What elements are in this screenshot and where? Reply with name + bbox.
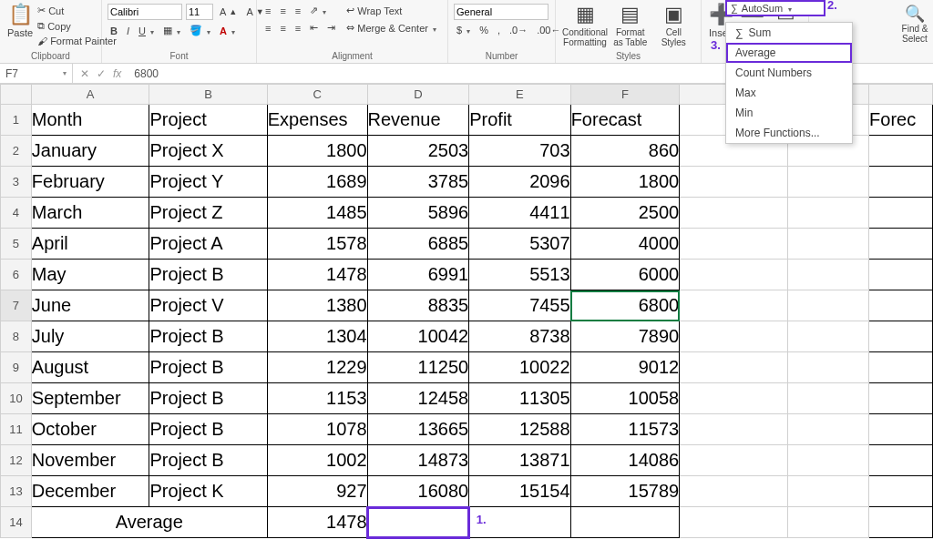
cell-styles-button[interactable]: ▣ Cell Styles [652, 2, 696, 49]
cell-B13[interactable]: Project K [149, 476, 267, 507]
cell-C3[interactable]: 1689 [267, 167, 367, 198]
align-right-button[interactable]: ≡ [292, 22, 303, 35]
cell-B8[interactable]: Project B [149, 321, 267, 352]
cell-F1[interactable]: Forecast [570, 105, 680, 136]
cell-extra-3[interactable] [869, 167, 933, 198]
cell-gap-9[interactable] [788, 352, 869, 383]
cell-G9[interactable] [680, 352, 788, 383]
cell-gap-4[interactable] [788, 198, 869, 229]
cell-E1[interactable]: Profit [469, 105, 570, 136]
cell-G10[interactable] [680, 383, 788, 414]
col-header-D[interactable]: D [367, 85, 469, 105]
cell-E13[interactable]: 15154 [469, 476, 570, 507]
cell-D13[interactable]: 16080 [367, 476, 469, 507]
cell-B11[interactable]: Project B [149, 414, 267, 445]
col-header-A[interactable]: A [31, 85, 149, 105]
align-bottom-button[interactable]: ≡ [292, 5, 303, 17]
cell-A5[interactable]: April [31, 229, 149, 260]
cell-extra-7[interactable] [869, 290, 933, 321]
cell-A1[interactable]: Month [31, 105, 149, 136]
row-header-6[interactable]: 6 [1, 260, 32, 290]
cell-C6[interactable]: 1478 [267, 260, 367, 290]
align-left-button[interactable]: ≡ [262, 22, 273, 35]
cell-B1[interactable]: Project [149, 105, 267, 136]
conditional-formatting-button[interactable]: ▦ Conditional Formatting [561, 2, 609, 49]
decrease-indent-button[interactable]: ⇤ [307, 21, 321, 35]
cell-B5[interactable]: Project A [149, 229, 267, 260]
cell-E2[interactable]: 703 [469, 136, 570, 167]
cell-D9[interactable]: 11250 [367, 352, 469, 383]
menu-more-functions[interactable]: More Functions... [726, 123, 852, 143]
cell-A8[interactable]: July [31, 321, 149, 352]
cell-gap-10[interactable] [788, 383, 869, 414]
cell-extra-5[interactable] [869, 229, 933, 260]
cell-gap-13[interactable] [788, 476, 869, 507]
cell-E6[interactable]: 5513 [469, 260, 570, 290]
cell-E3[interactable]: 2096 [469, 167, 570, 198]
cell-G8[interactable] [680, 321, 788, 352]
cell-gap-11[interactable] [788, 414, 869, 445]
cell-B2[interactable]: Project X [149, 136, 267, 167]
cell-G12[interactable] [680, 445, 788, 476]
col-header-C[interactable]: C [267, 85, 367, 105]
enter-formula-icon[interactable]: ✓ [97, 67, 106, 80]
cell-gap-5[interactable] [788, 229, 869, 260]
align-top-button[interactable]: ≡ [262, 5, 273, 17]
row-header-4[interactable]: 4 [1, 198, 32, 229]
font-size-select[interactable] [186, 4, 213, 20]
cell-B4[interactable]: Project Z [149, 198, 267, 229]
autosum-button[interactable]: ∑ AutoSum [725, 0, 825, 16]
cell-extra-9[interactable] [869, 352, 933, 383]
cell-E4[interactable]: 4411 [469, 198, 570, 229]
cell-D6[interactable]: 6991 [367, 260, 469, 290]
cell-D5[interactable]: 6885 [367, 229, 469, 260]
cell-G3[interactable] [680, 167, 788, 198]
font-color-button[interactable]: A [217, 25, 238, 37]
menu-average[interactable]: Average [726, 43, 852, 63]
cell-A4[interactable]: March [31, 198, 149, 229]
cell-G13[interactable] [680, 476, 788, 507]
col-header-extra[interactable] [869, 85, 933, 105]
cell-B3[interactable]: Project Y [149, 167, 267, 198]
col-header-F[interactable]: F [570, 85, 680, 105]
cell-extra-6[interactable] [869, 260, 933, 290]
cell-C1[interactable]: Expenses [267, 105, 367, 136]
cell-B7[interactable]: Project V [149, 290, 267, 321]
cell-E5[interactable]: 5307 [469, 229, 570, 260]
cell-D3[interactable]: 3785 [367, 167, 469, 198]
cell-gap-3[interactable] [788, 167, 869, 198]
cell-B9[interactable]: Project B [149, 352, 267, 383]
cell-gap-6[interactable] [788, 260, 869, 290]
row-header-1[interactable]: 1 [1, 105, 32, 136]
col-header-E[interactable]: E [469, 85, 570, 105]
cell-average-label[interactable]: Average [31, 507, 267, 538]
row-header-2[interactable]: 2 [1, 136, 32, 167]
cell-G6[interactable] [680, 260, 788, 290]
cell-extra-12[interactable] [869, 445, 933, 476]
cell-A6[interactable]: May [31, 260, 149, 290]
menu-sum[interactable]: ∑ Sum [726, 23, 852, 43]
cell-D7[interactable]: 8835 [367, 290, 469, 321]
row-header-13[interactable]: 13 [1, 476, 32, 507]
name-box[interactable]: F7 ▾ [0, 64, 73, 83]
comma-format-button[interactable]: , [495, 24, 503, 36]
bold-button[interactable]: B [108, 25, 120, 37]
cell-F13[interactable]: 15789 [570, 476, 680, 507]
cell-C5[interactable]: 1578 [267, 229, 367, 260]
italic-button[interactable]: I [124, 25, 132, 37]
cell-A2[interactable]: January [31, 136, 149, 167]
cell-G7[interactable] [680, 290, 788, 321]
cell-F14[interactable] [570, 507, 680, 538]
fx-icon[interactable]: fx [113, 67, 121, 80]
cell-gap-7[interactable] [788, 290, 869, 321]
cell-E10[interactable]: 11305 [469, 383, 570, 414]
row-header-12[interactable]: 12 [1, 445, 32, 476]
font-name-select[interactable] [108, 4, 182, 20]
merge-center-button[interactable]: ⇔ Merge & Center [343, 21, 439, 35]
cell-extra-8[interactable] [869, 321, 933, 352]
cell-G4[interactable] [680, 198, 788, 229]
row-header-9[interactable]: 9 [1, 352, 32, 383]
cell-D1[interactable]: Revenue [367, 105, 469, 136]
cell-E7[interactable]: 7455 [469, 290, 570, 321]
cell-C8[interactable]: 1304 [267, 321, 367, 352]
